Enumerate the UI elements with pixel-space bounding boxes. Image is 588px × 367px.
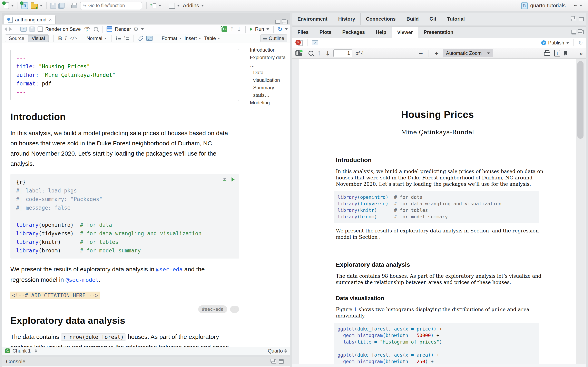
visual-mode-button[interactable]: Visual	[28, 35, 49, 42]
pdf-more-tools-icon[interactable]: »	[579, 50, 583, 56]
outline-toggle-button[interactable]: Outline	[260, 34, 287, 42]
clear-viewer-icon[interactable]: ×	[295, 40, 303, 46]
italic-button[interactable]: I	[65, 35, 67, 42]
bold-button[interactable]: B	[58, 35, 62, 42]
version-control-dropdown[interactable]	[158, 5, 161, 7]
addins-dropdown[interactable]	[201, 5, 204, 7]
outline-item-dataviz[interactable]: Data visualization	[250, 69, 290, 84]
visual-editor-content[interactable]: --- title: "Housing Prices" author: "Min…	[2, 43, 290, 347]
env-pane-maximize-icon[interactable]	[579, 17, 584, 21]
go-next-chunk-icon[interactable]: ↓	[237, 26, 242, 33]
pdf-print-icon[interactable]	[544, 50, 550, 56]
chunk-status-label[interactable]: Chunk 1	[12, 348, 31, 354]
pdf-zoom-select[interactable]: Automatic Zoom	[443, 49, 493, 57]
save-icon[interactable]	[50, 3, 56, 9]
tab-history[interactable]: History	[333, 13, 361, 25]
addins-menu[interactable]: Addins	[183, 2, 199, 9]
pdf-bookmark-icon[interactable]	[564, 51, 567, 56]
run-button-label[interactable]: Run	[255, 26, 264, 32]
go-previous-chunk-icon[interactable]: ↑	[230, 26, 234, 33]
numbered-list-icon[interactable]: 12	[124, 36, 129, 41]
new-project-icon[interactable]: R+	[21, 2, 28, 9]
render-button-label[interactable]: Render	[115, 26, 131, 32]
tab-viewer[interactable]: Viewer	[392, 27, 418, 38]
viewer-pane-maximize-icon[interactable]	[579, 30, 584, 34]
open-recent-dropdown[interactable]	[40, 5, 43, 7]
run-icon[interactable]	[250, 27, 252, 31]
tab-plots[interactable]: Plots	[314, 27, 337, 38]
run-dropdown[interactable]	[267, 28, 269, 30]
render-icon[interactable]	[107, 26, 112, 32]
tab-files[interactable]: Files	[292, 27, 314, 38]
pdf-scrollbar-thumb[interactable]	[577, 61, 584, 139]
outline-item-introduction[interactable]: Introduction	[250, 46, 290, 54]
tab-tutorial[interactable]: Tutorial	[442, 13, 470, 25]
pdf-scrollbar[interactable]	[576, 59, 585, 364]
pdf-zoom-out-icon[interactable]: −	[418, 50, 424, 56]
viewer-refresh-icon[interactable]: ↻	[578, 40, 583, 46]
pdf-sidebar-toggle-icon[interactable]	[295, 50, 302, 56]
find-replace-icon[interactable]	[94, 27, 98, 31]
pane-layout-icon[interactable]	[169, 3, 175, 9]
console-restore-icon[interactable]	[271, 359, 276, 364]
pane-layout-dropdown[interactable]	[177, 5, 180, 7]
tab-authoring-qmd[interactable]: authoring.qmd ×	[4, 15, 56, 24]
yaml-metadata-block[interactable]: --- title: "Housing Prices" author: "Min…	[10, 49, 239, 101]
mode-stepper[interactable]	[285, 349, 287, 353]
tab-packages[interactable]: Packages	[337, 27, 370, 38]
popout-editor-icon[interactable]: ↗	[20, 27, 26, 32]
tab-presentation[interactable]: Presentation	[418, 27, 459, 38]
section-id-badge[interactable]: #sec-eda	[198, 305, 227, 313]
render-settings-gear-icon[interactable]: ⚙	[133, 26, 138, 33]
go-to-file-search[interactable]: ↪	[80, 2, 142, 10]
tab-build[interactable]: Build	[401, 13, 424, 25]
outline-item-eda[interactable]: Exploratory data …	[250, 54, 290, 69]
new-file-icon[interactable]: +	[4, 2, 9, 9]
tab-help[interactable]: Help	[370, 27, 392, 38]
insert-chunk-icon[interactable]: C	[222, 26, 227, 32]
render-settings-dropdown[interactable]	[141, 28, 144, 30]
forward-icon[interactable]	[9, 27, 12, 31]
rerun-icon[interactable]: ↻	[278, 26, 282, 33]
viewer-popout-icon[interactable]: ↗	[312, 40, 318, 45]
r-code-chunk[interactable]: {r} #| label: load-pkgs #| code-summary:…	[10, 174, 239, 259]
rerun-dropdown[interactable]	[285, 28, 288, 30]
pdf-view-area[interactable]: Housing Prices Mine Çetinkaya-Rundel Int…	[292, 59, 586, 367]
chunk-nav-stepper[interactable]	[35, 349, 37, 353]
pdf-next-page-icon[interactable]: ↓	[325, 50, 330, 57]
pdf-previous-page-icon[interactable]: ↑	[317, 50, 322, 57]
outline-item-summary[interactable]: Summary statis…	[250, 84, 290, 99]
render-on-save-checkbox[interactable]	[38, 26, 43, 32]
link-icon[interactable]	[138, 35, 144, 41]
document-mode-label[interactable]: Quarto	[268, 348, 283, 354]
print-icon[interactable]	[71, 3, 77, 8]
source-mode-button[interactable]: Source	[5, 35, 28, 42]
close-tab-icon[interactable]: ×	[49, 17, 52, 23]
table-menu[interactable]: Table	[204, 35, 220, 41]
back-icon[interactable]	[4, 27, 7, 31]
new-file-dropdown[interactable]	[11, 5, 14, 7]
citation-comment[interactable]: <!--# ADD CITATION HERE -->	[10, 292, 100, 299]
image-icon[interactable]	[146, 36, 153, 41]
console-header[interactable]: Console	[2, 357, 290, 366]
maximize-pane-icon[interactable]	[283, 20, 288, 24]
section-options-button[interactable]: ···	[230, 306, 239, 313]
version-control-icon[interactable]: +−	[150, 3, 156, 8]
publish-button[interactable]: ↻ Publish	[541, 40, 569, 46]
run-chunk-icon[interactable]	[232, 177, 234, 182]
env-pane-restore-icon[interactable]	[571, 17, 576, 21]
viewer-pane-minimize-icon[interactable]	[571, 30, 576, 34]
tab-git[interactable]: Git	[424, 13, 442, 25]
paragraph-style-dropdown[interactable]: Normal	[86, 35, 107, 41]
run-chunks-above-icon[interactable]	[223, 178, 226, 181]
bullet-list-icon[interactable]	[116, 37, 121, 40]
tab-environment[interactable]: Environment	[292, 13, 333, 25]
insert-menu[interactable]: Insert	[185, 35, 201, 41]
minimize-pane-icon[interactable]	[276, 20, 280, 24]
format-menu[interactable]: Format	[162, 35, 182, 41]
outline-item-modeling[interactable]: Modeling	[250, 99, 290, 106]
go-to-file-input[interactable]	[88, 3, 134, 8]
publish-dropdown[interactable]	[566, 42, 569, 44]
save-document-icon[interactable]	[29, 26, 35, 32]
pdf-zoom-in-icon[interactable]: +	[434, 50, 439, 56]
